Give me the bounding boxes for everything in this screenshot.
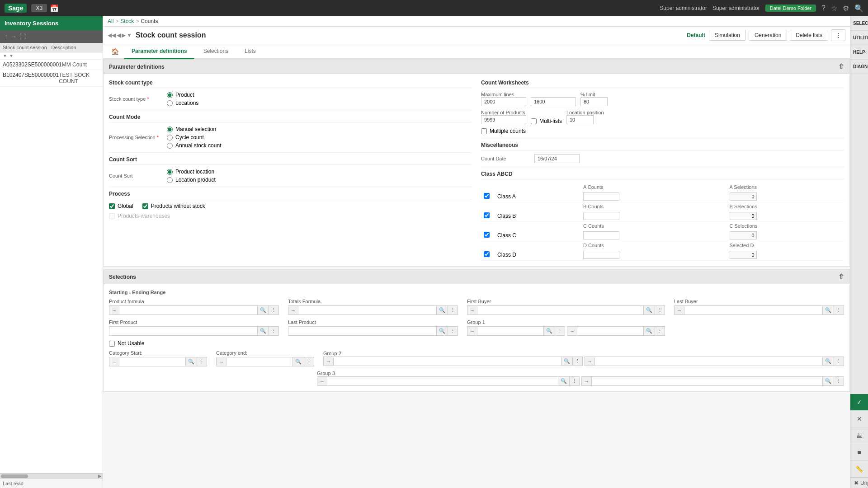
- radio-annual[interactable]: Annual stock count: [167, 142, 221, 149]
- limit-input-2[interactable]: [531, 97, 576, 106]
- first-buyer-more-btn[interactable]: ⋮: [655, 306, 665, 314]
- radio-manual[interactable]: Manual selection: [167, 126, 221, 132]
- first-product-search-btn[interactable]: 🔍: [257, 327, 269, 335]
- radio-location-product-input[interactable]: [167, 177, 173, 183]
- radio-cycle[interactable]: Cycle count: [167, 134, 221, 141]
- sidebar-scrollbar[interactable]: ▶: [0, 473, 103, 479]
- class-b-counts-input[interactable]: [583, 212, 619, 220]
- class-a-counts-input[interactable]: [583, 192, 619, 201]
- category-start-search[interactable]: 🔍: [185, 357, 197, 366]
- group3-from-arrow[interactable]: →: [317, 377, 327, 385]
- radio-product-input[interactable]: [167, 92, 173, 98]
- totals-formula-input[interactable]: [298, 306, 436, 314]
- sage-logo[interactable]: Sage: [5, 4, 27, 13]
- group2-to-arrow[interactable]: →: [585, 357, 595, 366]
- selections-collapse[interactable]: ⇧: [838, 272, 844, 281]
- right-panel-lock-icon[interactable]: ■: [850, 444, 868, 461]
- right-panel-selection[interactable]: SELECTION ‹: [850, 16, 868, 31]
- first-buyer-input[interactable]: [477, 306, 643, 314]
- group3-from-more[interactable]: ⋮: [569, 377, 579, 385]
- first-product-more-btn[interactable]: ⋮: [269, 327, 278, 335]
- calendar-icon[interactable]: 📅: [50, 4, 59, 13]
- right-panel-ruler-icon[interactable]: 📏: [850, 461, 868, 478]
- class-c-checkbox-cell[interactable]: [481, 230, 495, 241]
- category-end-more[interactable]: ⋮: [304, 357, 314, 366]
- right-panel-checkmark-icon[interactable]: ✓: [850, 394, 868, 411]
- totals-formula-more-btn[interactable]: ⋮: [448, 306, 458, 314]
- radio-locations-input[interactable]: [167, 100, 173, 106]
- first-buyer-search-btn[interactable]: 🔍: [643, 306, 655, 314]
- right-panel-close-icon[interactable]: ✕: [850, 411, 868, 427]
- group2-from-input[interactable]: [334, 357, 561, 366]
- group3-to-input[interactable]: [592, 377, 822, 385]
- location-position-input[interactable]: [566, 115, 594, 124]
- category-start-arrow[interactable]: →: [109, 358, 119, 366]
- check-not-usable-input[interactable]: [109, 341, 115, 347]
- radio-annual-input[interactable]: [167, 143, 173, 149]
- check-multiple-counts[interactable]: Multiple counts: [481, 128, 526, 134]
- nav-first-icon[interactable]: ◀◀: [108, 32, 116, 38]
- generation-button[interactable]: Generation: [749, 30, 787, 41]
- radio-product-location[interactable]: Product location: [167, 169, 216, 175]
- tab-selections[interactable]: Selections: [196, 44, 236, 59]
- radio-location-product[interactable]: Location product: [167, 177, 216, 183]
- last-buyer-arrow-btn[interactable]: →: [675, 306, 684, 314]
- nav-next-icon[interactable]: ▶: [122, 32, 126, 38]
- group2-from-more[interactable]: ⋮: [572, 357, 582, 366]
- group1-from-arrow[interactable]: →: [467, 327, 477, 335]
- category-start-more[interactable]: ⋮: [197, 357, 207, 366]
- folder-badge[interactable]: Datel Demo Folder: [765, 5, 816, 12]
- radio-product[interactable]: Product: [167, 92, 198, 98]
- product-formula-search-btn[interactable]: 🔍: [257, 306, 269, 314]
- radio-locations[interactable]: Locations: [167, 100, 198, 106]
- nav-right-icon[interactable]: →: [10, 33, 17, 40]
- tab-parameter-definitions[interactable]: Parameter definitions: [124, 44, 194, 59]
- product-formula-input[interactable]: [119, 306, 257, 314]
- breadcrumb-all[interactable]: All: [108, 18, 113, 24]
- group1-from-more[interactable]: ⋮: [555, 327, 565, 335]
- product-formula-arrow-btn[interactable]: →: [109, 306, 119, 314]
- class-a-selections-input[interactable]: [730, 192, 757, 201]
- category-end-search[interactable]: 🔍: [292, 357, 304, 366]
- class-d-checkbox[interactable]: [484, 251, 490, 257]
- check-products-without-stock[interactable]: Products without stock: [142, 203, 205, 209]
- tab-home-icon[interactable]: 🏠: [108, 45, 123, 58]
- settings-icon[interactable]: ⚙: [843, 4, 849, 13]
- check-products-warehouses[interactable]: Products-warehouses: [109, 213, 170, 219]
- check-multi-lists[interactable]: Multi-lists: [531, 118, 562, 124]
- group3-to-arrow[interactable]: →: [582, 377, 592, 385]
- parameter-definitions-collapse[interactable]: ⇧: [838, 62, 844, 71]
- group3-to-search[interactable]: 🔍: [822, 377, 834, 385]
- first-product-input[interactable]: [109, 327, 257, 335]
- class-b-selections-input[interactable]: [730, 212, 757, 220]
- help-icon[interactable]: ?: [821, 4, 826, 12]
- simulation-button[interactable]: Simulation: [709, 30, 746, 41]
- last-buyer-search-btn[interactable]: 🔍: [822, 306, 834, 314]
- group2-to-more[interactable]: ⋮: [834, 357, 844, 366]
- group3-to-more[interactable]: ⋮: [834, 377, 844, 385]
- group2-from-arrow[interactable]: →: [324, 357, 334, 366]
- class-c-selections-input[interactable]: [730, 231, 757, 239]
- class-d-selected-input[interactable]: [730, 251, 757, 259]
- radio-manual-input[interactable]: [167, 127, 173, 132]
- class-a-checkbox[interactable]: [484, 193, 490, 199]
- last-product-input[interactable]: [288, 327, 436, 335]
- search-icon[interactable]: 🔍: [854, 4, 863, 13]
- group1-from-search[interactable]: 🔍: [543, 327, 555, 335]
- sidebar-collapse-arrow[interactable]: ▶: [98, 474, 102, 479]
- group2-to-input[interactable]: [595, 357, 822, 366]
- class-c-checkbox[interactable]: [484, 232, 490, 238]
- group2-to-search[interactable]: 🔍: [822, 357, 834, 366]
- class-d-counts-input[interactable]: [583, 251, 619, 259]
- app-name[interactable]: X3: [31, 4, 47, 12]
- totals-formula-arrow-btn[interactable]: →: [288, 306, 298, 314]
- last-buyer-input[interactable]: [684, 306, 822, 314]
- check-multi-lists-input[interactable]: [531, 118, 537, 124]
- unpin-area[interactable]: ✖ Unpin: [850, 478, 868, 488]
- sidebar-row-1[interactable]: B102407SE500000001 TEST SOCK COUNT: [0, 70, 103, 87]
- count-date-input[interactable]: [534, 154, 580, 163]
- group1-to-input[interactable]: [577, 327, 643, 335]
- group1-from-input[interactable]: [477, 327, 543, 335]
- breadcrumb-stock[interactable]: Stock: [120, 18, 134, 24]
- nav-last-icon[interactable]: ▼: [127, 32, 132, 38]
